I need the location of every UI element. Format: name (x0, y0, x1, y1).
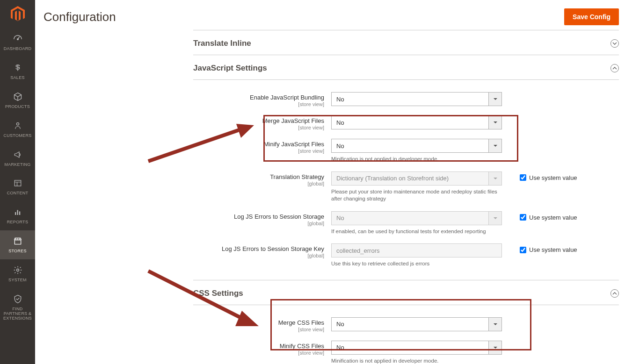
svg-point-0 (17, 39, 18, 40)
sidebar-item-label: FIND PARTNERS & EXTENSIONS (1, 307, 34, 321)
field-note: Please put your store into maintenance m… (331, 188, 502, 203)
select-value: No (336, 321, 344, 328)
svg-point-1 (16, 122, 19, 125)
bar-chart-icon (13, 206, 22, 218)
javascript-settings-fields: Enable JavaScript Bundling [store view] … (193, 80, 619, 280)
use-system-value-wrap: Use system value (520, 171, 577, 181)
section-title: Translate Inline (193, 39, 251, 48)
label-text: Log JS Errors to Session Storage (234, 213, 324, 220)
sidebar-item-label: DASHBOARD (4, 47, 32, 51)
sidebar-item-reports[interactable]: REPORTS (0, 201, 35, 230)
chevron-up-icon (610, 64, 619, 72)
field-label: Translation Strategy [global] (193, 171, 331, 186)
field-note: Minification is not applied in developer… (331, 357, 502, 364)
sidebar-item-label: CONTENT (7, 191, 29, 196)
merge-css-files-select[interactable]: No (331, 317, 502, 331)
select-value: No (336, 344, 344, 351)
field-scope: [store view] (193, 101, 324, 107)
sidebar-item-products[interactable]: PRODUCTS (0, 86, 35, 115)
select-value: No (336, 214, 344, 221)
use-system-value-wrap: Use system value (520, 211, 577, 221)
config-content: Translate Inline JavaScript Settings Ena… (35, 30, 632, 364)
megaphone-icon (13, 149, 22, 161)
minify-js-files-select[interactable]: No (331, 139, 502, 153)
sidebar-item-label: MARKETING (4, 163, 30, 167)
translation-strategy-select: Dictionary (Translation on Storefront si… (331, 171, 502, 186)
section-header-javascript-settings[interactable]: JavaScript Settings (193, 55, 619, 80)
chevron-up-icon (610, 289, 619, 298)
field-minify-js-files: Minify JavaScript Files [store view] No … (193, 139, 619, 163)
field-scope: [global] (193, 253, 324, 258)
label-text: Merge CSS Files (278, 319, 324, 326)
field-scope: [store view] (193, 125, 324, 130)
field-log-js-errors-key: Log JS Errors to Session Storage Key [gl… (193, 243, 619, 268)
save-config-button[interactable]: Save Config (564, 8, 619, 25)
sidebar-item-customers[interactable]: CUSTOMERS (0, 115, 35, 144)
section-header-css-settings[interactable]: CSS Settings (193, 280, 619, 305)
dropdown-arrow-icon (488, 116, 501, 129)
main-panel: Configuration Save Config Translate Inli… (35, 0, 632, 364)
log-js-errors-select: No (331, 211, 502, 225)
section-header-translate-inline[interactable]: Translate Inline (193, 30, 619, 55)
label-text: Log JS Errors to Session Storage Key (222, 245, 324, 252)
use-system-value-checkbox[interactable] (520, 174, 526, 181)
svg-rect-4 (17, 210, 18, 215)
partners-icon (13, 293, 22, 305)
css-settings-fields: Merge CSS Files [store view] No (193, 305, 619, 364)
minify-css-files-select[interactable]: No (331, 341, 502, 355)
use-system-value-label[interactable]: Use system value (529, 246, 577, 253)
field-label: Enable JavaScript Bundling [store view] (193, 92, 331, 107)
svg-rect-5 (19, 212, 20, 215)
svg-point-6 (16, 269, 19, 271)
sidebar-item-dashboard[interactable]: DASHBOARD (0, 28, 35, 57)
label-text: Translation Strategy (270, 173, 324, 180)
field-label: Minify JavaScript Files [store view] (193, 139, 331, 154)
merge-js-files-select[interactable]: No (331, 115, 502, 129)
field-log-js-errors: Log JS Errors to Session Storage [global… (193, 211, 619, 236)
sidebar-item-content[interactable]: CONTENT (0, 172, 35, 201)
dropdown-arrow-icon (488, 93, 501, 106)
sidebar-item-system[interactable]: SYSTEM (0, 259, 35, 288)
page-title: Configuration (44, 10, 116, 24)
sidebar-item-find-partners[interactable]: FIND PARTNERS & EXTENSIONS (0, 288, 35, 327)
sidebar-item-label: STORES (8, 249, 27, 254)
field-note: If enabled, can be used by functional te… (331, 228, 502, 236)
field-label: Minify CSS Files [store view] (193, 341, 331, 356)
label-text: Enable JavaScript Bundling (250, 94, 324, 101)
field-scope: [store view] (193, 350, 324, 356)
label-text: Minify CSS Files (280, 343, 324, 350)
field-label: Log JS Errors to Session Storage Key [gl… (193, 243, 331, 258)
dropdown-arrow-icon (488, 139, 501, 152)
dropdown-arrow-icon (488, 341, 501, 354)
magento-logo-icon[interactable] (0, 0, 35, 28)
log-js-errors-key-input (331, 243, 502, 257)
use-system-value-checkbox[interactable] (520, 214, 526, 221)
use-system-value-label[interactable]: Use system value (529, 214, 577, 221)
dropdown-arrow-icon (488, 172, 501, 185)
use-system-value-checkbox[interactable] (520, 247, 526, 253)
page-header: Configuration Save Config (35, 0, 632, 30)
sidebar-item-marketing[interactable]: MARKETING (0, 144, 35, 173)
sidebar-item-stores[interactable]: STORES (0, 230, 35, 259)
layout-icon (13, 177, 22, 189)
dropdown-arrow-icon (488, 212, 501, 225)
svg-rect-3 (15, 212, 16, 215)
field-scope: [store view] (193, 148, 324, 154)
sidebar-item-label: SYSTEM (8, 278, 27, 283)
sidebar-item-label: SALES (10, 76, 25, 80)
select-value: No (336, 96, 344, 103)
use-system-value-label[interactable]: Use system value (529, 174, 577, 181)
field-merge-js-files: Merge JavaScript Files [store view] No (193, 115, 619, 130)
select-value: No (336, 119, 344, 126)
dropdown-arrow-icon (488, 318, 501, 331)
sidebar-item-sales[interactable]: SALES (0, 57, 35, 86)
enable-js-bundling-select[interactable]: No (331, 92, 502, 106)
select-value: No (336, 143, 344, 150)
sidebar-item-label: PRODUCTS (5, 105, 30, 109)
admin-sidebar: DASHBOARD SALES PRODUCTS CUSTOMERS MARKE… (0, 0, 35, 364)
field-note: Minification is not applied in developer… (331, 156, 502, 163)
svg-rect-2 (15, 180, 21, 186)
section-title: CSS Settings (193, 289, 243, 298)
field-scope: [store view] (193, 327, 324, 332)
field-label: Log JS Errors to Session Storage [global… (193, 211, 331, 226)
